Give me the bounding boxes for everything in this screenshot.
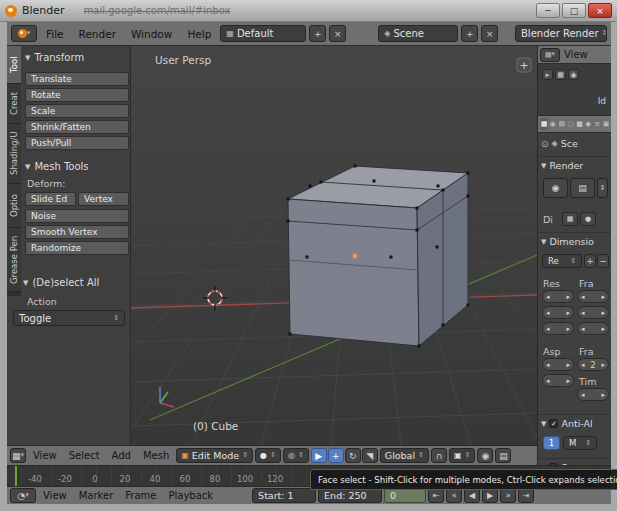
render-panel-header[interactable]: ▼ Render bbox=[541, 160, 583, 171]
action-dropdown[interactable]: Toggle ⇕ bbox=[13, 310, 125, 326]
breadcrumb-label[interactable]: Sce bbox=[561, 138, 578, 149]
frame-start-field[interactable]: Start: 1 bbox=[252, 488, 316, 503]
titlebar[interactable]: Blender mail.google.com/mail/#inbox ─ □ … bbox=[0, 0, 617, 22]
tab-modifiers-icon[interactable]: ◆ bbox=[584, 118, 592, 130]
jump-start-button[interactable]: ⇤ bbox=[428, 488, 444, 503]
tab-options[interactable]: Optio bbox=[7, 184, 21, 228]
transform-panel-header[interactable]: ▼ Transform bbox=[25, 52, 84, 63]
rotate-button[interactable]: Rotate bbox=[25, 88, 129, 102]
translate-manipulator-button[interactable]: + bbox=[328, 448, 344, 463]
tl-menu-frame[interactable]: Frame bbox=[120, 490, 161, 501]
deselect-panel-header[interactable]: ▼ (De)select All bbox=[23, 277, 99, 288]
scene-tree-icon[interactable]: ▦ bbox=[555, 69, 566, 80]
frame-end-stepper[interactable]: ◂▸ bbox=[577, 306, 609, 319]
frame-step-stepper[interactable]: ◂▸ bbox=[577, 322, 609, 335]
tab-render-icon[interactable]: ▦ bbox=[540, 118, 548, 130]
render-display-dropdown[interactable]: ⇕ bbox=[597, 178, 608, 198]
region-expand-button[interactable]: + bbox=[517, 58, 531, 72]
snap-element-selector[interactable]: ▣ ⇕ bbox=[449, 448, 475, 463]
playhead[interactable] bbox=[15, 466, 17, 487]
pin-icon[interactable]: ⊙ bbox=[541, 139, 549, 149]
antialiasing-checkbox[interactable]: ✓ bbox=[549, 419, 558, 428]
aa-samples-button[interactable]: 1 bbox=[543, 436, 560, 450]
next-keyframe-button[interactable]: » bbox=[500, 488, 516, 503]
tab-object-icon[interactable]: ■ bbox=[576, 118, 584, 130]
stepper-left-icon[interactable]: ◂ bbox=[581, 309, 585, 317]
editor-type-button-info[interactable]: ▾ bbox=[11, 25, 37, 42]
stepper-right-icon[interactable]: ▸ bbox=[566, 309, 570, 317]
opengl-render-button[interactable]: ◉ bbox=[477, 448, 493, 463]
camera-tree-icon[interactable]: ◉ bbox=[568, 69, 579, 80]
stepper-left-icon[interactable]: ◂ bbox=[546, 361, 550, 369]
pivot-selector[interactable]: ◎ ⇕ bbox=[283, 448, 309, 463]
close-layout-button[interactable]: × bbox=[329, 25, 346, 42]
stepper-right-icon[interactable]: ▸ bbox=[566, 325, 570, 333]
translate-button[interactable]: Translate bbox=[25, 72, 129, 86]
time-remap-stepper[interactable]: ◂▸ bbox=[577, 388, 609, 401]
menu-view-3d[interactable]: View bbox=[28, 450, 62, 461]
stepper-left-icon[interactable]: ◂ bbox=[581, 325, 585, 333]
prev-keyframe-button[interactable]: « bbox=[446, 488, 462, 503]
noise-button[interactable]: Noise bbox=[25, 209, 129, 223]
aspect-y-stepper[interactable]: ◂▸ bbox=[542, 374, 574, 387]
tab-tools[interactable]: Tool bbox=[7, 46, 21, 84]
tl-menu-playback[interactable]: Playback bbox=[163, 490, 218, 501]
preset-remove-button[interactable]: − bbox=[597, 254, 609, 268]
display-option-button-2[interactable]: ● bbox=[580, 212, 596, 226]
cube-mesh[interactable] bbox=[287, 165, 470, 348]
menu-mesh[interactable]: Mesh bbox=[138, 450, 174, 461]
current-frame-field[interactable]: 0 bbox=[384, 488, 426, 503]
stepper-left-icon[interactable]: ◂ bbox=[546, 377, 550, 385]
stepper-right-icon[interactable]: ▸ bbox=[601, 361, 605, 369]
tab-shading-uv[interactable]: Shading/U bbox=[7, 124, 21, 184]
smooth-vertex-button[interactable]: Smooth Vertex bbox=[25, 225, 129, 239]
opengl-render-anim-button[interactable]: ▤ bbox=[495, 448, 511, 463]
randomize-button[interactable]: Randomize bbox=[25, 241, 129, 255]
cube-front-face[interactable] bbox=[288, 199, 419, 346]
stepper-left-icon[interactable]: ◂ bbox=[546, 309, 550, 317]
tab-grease-pencil[interactable]: Grease Pen bbox=[7, 228, 21, 292]
stepper-left-icon[interactable]: ◂ bbox=[581, 361, 585, 369]
stepper-right-icon[interactable]: ▸ bbox=[566, 361, 570, 369]
add-scene-button[interactable]: + bbox=[461, 25, 478, 42]
orientation-selector[interactable]: Global ⇕ bbox=[380, 448, 429, 463]
tab-material-icon[interactable]: ▣ bbox=[602, 118, 610, 130]
close-button[interactable]: × bbox=[588, 3, 612, 18]
tl-menu-marker[interactable]: Marker bbox=[74, 490, 119, 501]
editor-type-button-3dview[interactable]: ▦ ▾ bbox=[10, 448, 26, 463]
snap-toggle-button[interactable]: ∩ bbox=[431, 448, 447, 463]
menu-render[interactable]: Render bbox=[73, 28, 122, 40]
stepper-right-icon[interactable]: ▸ bbox=[566, 293, 570, 301]
stepper-left-icon[interactable]: ◂ bbox=[581, 391, 585, 399]
expand-tree-icon[interactable]: ▸ bbox=[542, 69, 553, 80]
push-pull-button[interactable]: Push/Pull bbox=[25, 136, 129, 150]
outliner-view-menu[interactable]: View bbox=[562, 49, 590, 60]
play-button[interactable]: ▶ bbox=[482, 488, 498, 503]
tab-layers-icon[interactable]: ▤ bbox=[558, 118, 566, 130]
stepper-right-icon[interactable]: ▸ bbox=[601, 309, 605, 317]
close-scene-button[interactable]: × bbox=[481, 25, 498, 42]
stepper-left-icon[interactable]: ◂ bbox=[546, 325, 550, 333]
jump-end-button[interactable]: ⇥ bbox=[518, 488, 534, 503]
antialiasing-panel-header[interactable]: ▼ ✓ Anti-Al bbox=[541, 418, 593, 429]
tl-menu-view[interactable]: View bbox=[38, 490, 72, 501]
aspect-x-stepper[interactable]: ◂▸ bbox=[542, 358, 574, 371]
render-still-button[interactable]: ◉ bbox=[543, 178, 568, 198]
scale-manipulator-button[interactable]: ◥ bbox=[362, 448, 378, 463]
outliner-item-label[interactable]: Id bbox=[598, 96, 606, 106]
stepper-right-icon[interactable]: ▸ bbox=[601, 293, 605, 301]
dimensions-panel-header[interactable]: ▼ Dimensio bbox=[541, 236, 594, 247]
stepper-left-icon[interactable]: ◂ bbox=[581, 293, 585, 301]
stepper-left-icon[interactable]: ◂ bbox=[546, 293, 550, 301]
frame-rate-stepper[interactable]: ◂2▸ bbox=[577, 358, 609, 371]
menu-window[interactable]: Window bbox=[125, 28, 178, 40]
tab-create[interactable]: Creat bbox=[7, 84, 21, 124]
render-animation-button[interactable]: ▤ bbox=[570, 178, 595, 198]
menu-file[interactable]: File bbox=[40, 28, 70, 40]
stepper-right-icon[interactable]: ▸ bbox=[566, 377, 570, 385]
display-option-button[interactable]: ▦ bbox=[562, 212, 578, 226]
stepper-right-icon[interactable]: ▸ bbox=[601, 325, 605, 333]
vertex-slide-button[interactable]: Vertex bbox=[78, 192, 129, 206]
outliner-body[interactable]: ▸ ▦ ◉ Id bbox=[538, 64, 611, 116]
stepper-right-icon[interactable]: ▸ bbox=[601, 391, 605, 399]
